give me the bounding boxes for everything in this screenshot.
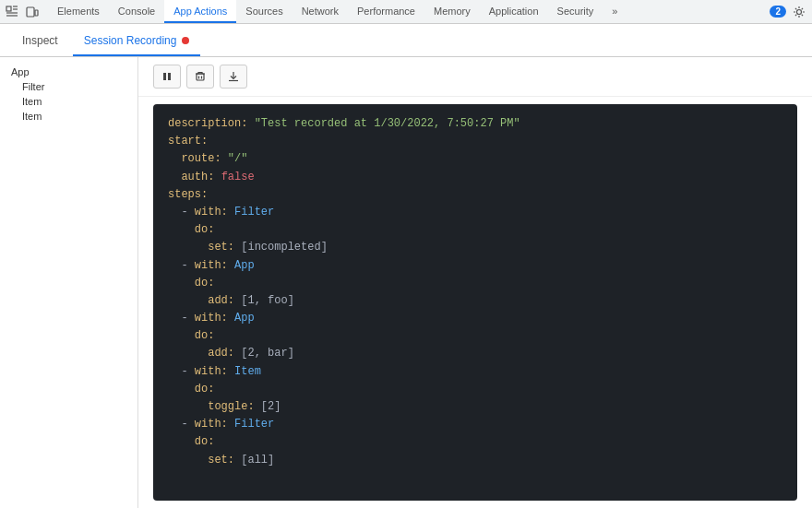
devtools-tabs: Elements Console App Actions Sources Net… [48, 0, 770, 23]
tab-app-actions[interactable]: App Actions [164, 0, 236, 23]
tab-application[interactable]: Application [480, 0, 548, 23]
code-step-4-do: do: [168, 381, 782, 398]
sidebar-item-app[interactable]: App [0, 65, 137, 79]
tab-security[interactable]: Security [548, 0, 603, 23]
pause-button[interactable] [153, 65, 181, 89]
svg-rect-5 [27, 7, 34, 17]
code-description: description: "Test recorded at 1/30/2022… [168, 115, 782, 133]
content-area: description: "Test recorded at 1/30/2022… [138, 57, 812, 508]
tab-performance[interactable]: Performance [348, 0, 424, 23]
svg-rect-0 [6, 6, 11, 11]
code-start: start: [168, 133, 782, 150]
code-step-1-with: - with: Filter [168, 204, 782, 221]
devtools-toolbar: Elements Console App Actions Sources Net… [0, 0, 812, 24]
toolbar-icons [4, 4, 41, 20]
sidebar-item-item-2[interactable]: Item [0, 109, 137, 124]
device-icon[interactable] [24, 4, 41, 20]
svg-rect-8 [163, 73, 166, 80]
toolbar-right: 2 [770, 3, 808, 21]
svg-rect-11 [197, 74, 204, 80]
subtab-session-recording-label: Session Recording [84, 34, 177, 47]
code-step-3-add: add: [2, bar] [168, 345, 782, 362]
code-auth: auth: false [168, 169, 782, 186]
main-layout: App Filter Item Item [0, 57, 812, 508]
subtab-session-recording[interactable]: Session Recording [73, 27, 201, 56]
code-step-5-do: do: [168, 433, 782, 451]
subtab-inspect[interactable]: Inspect [11, 27, 69, 56]
tab-more[interactable]: » [603, 0, 627, 23]
recording-dot-icon [182, 37, 189, 44]
sidebar-item-item-1[interactable]: Item [0, 94, 137, 109]
code-steps: steps: [168, 186, 782, 204]
tab-console[interactable]: Console [109, 0, 164, 23]
inspect-icon[interactable] [4, 4, 20, 20]
download-button[interactable] [220, 65, 247, 89]
code-step-2-add: add: [1, foo] [168, 292, 782, 310]
tab-sources[interactable]: Sources [236, 0, 292, 23]
code-step-3-with: - with: App [168, 310, 782, 327]
settings-icon[interactable] [790, 3, 808, 21]
code-step-2-do: do: [168, 275, 782, 292]
code-step-2-with: - with: App [168, 257, 782, 275]
code-area: description: "Test recorded at 1/30/2022… [153, 104, 797, 501]
code-step-5-set: set: [all] [168, 452, 782, 469]
code-step-4-with: - with: Item [168, 363, 782, 381]
svg-rect-9 [168, 73, 171, 80]
svg-point-7 [797, 9, 802, 14]
tab-elements[interactable]: Elements [48, 0, 109, 23]
code-step-4-toggle: toggle: [2] [168, 398, 782, 416]
sidebar-item-filter[interactable]: Filter [0, 79, 137, 94]
code-route: route: "/" [168, 150, 782, 168]
tab-network[interactable]: Network [293, 0, 348, 23]
subtabs-bar: Inspect Session Recording [0, 24, 812, 57]
code-step-1-set: set: [incompleted] [168, 239, 782, 256]
svg-rect-6 [35, 10, 38, 16]
tab-memory[interactable]: Memory [424, 0, 480, 23]
code-step-5-with: - with: Filter [168, 416, 782, 433]
sidebar: App Filter Item Item [0, 57, 138, 508]
code-step-1-do: do: [168, 221, 782, 239]
controls-bar [138, 57, 812, 97]
code-step-3-do: do: [168, 327, 782, 345]
notifications-badge[interactable]: 2 [770, 6, 786, 18]
delete-button[interactable] [186, 65, 214, 89]
